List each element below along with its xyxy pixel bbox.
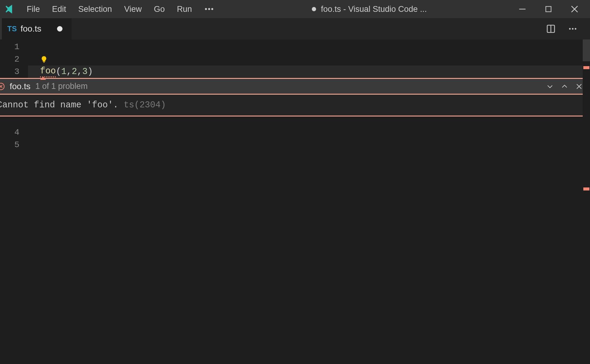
line-number: 3	[0, 67, 28, 76]
window-title-text: foo.ts - Visual Studio Code ...	[321, 5, 427, 14]
menu-view[interactable]: View	[118, 3, 148, 16]
peek-header: foo.ts 1 of 1 problem	[0, 79, 590, 95]
paren-open: (	[56, 67, 61, 77]
vscode-logo-icon	[4, 4, 15, 15]
peek-actions	[546, 82, 583, 91]
tab-foo-ts[interactable]: TS foo.ts	[2, 18, 72, 39]
code-line-5[interactable]	[28, 134, 590, 146]
number-literal: 3	[82, 67, 87, 77]
peek-filename: foo.ts	[10, 82, 30, 91]
identifier-foo: foo	[40, 66, 56, 77]
code-area[interactable]: foo(1, 2, 3) foo.ts 1 of 1 problem	[28, 39, 590, 364]
title-bar: File Edit Selection View Go Run ••• foo.…	[0, 0, 590, 18]
split-editor-icon[interactable]	[546, 24, 556, 34]
overview-ruler-error-marker-icon	[583, 66, 589, 69]
peek-body: Cannot find name 'foo'. ts(2304)	[0, 95, 590, 116]
tab-dirty-dot-icon	[57, 26, 62, 32]
peek-next-icon[interactable]	[546, 82, 554, 91]
error-marker-icon	[40, 77, 46, 80]
line-number: 4	[0, 128, 28, 137]
peek-error-message: Cannot find name 'foo'.	[0, 100, 118, 110]
editor-more-actions-icon[interactable]	[568, 24, 578, 34]
dirty-indicator-dot-icon	[312, 7, 316, 11]
window-minimize-button[interactable]	[518, 5, 527, 14]
paren-close: )	[88, 67, 93, 77]
error-circle-icon	[0, 83, 5, 90]
svg-rect-9	[43, 62, 45, 62]
overview-ruler-error-marker-icon	[583, 187, 589, 190]
peek-error-code: ts(2304)	[124, 100, 166, 110]
code-line-3[interactable]: foo(1, 2, 3)	[28, 66, 590, 78]
peek-close-icon[interactable]	[575, 82, 583, 91]
code-line-2[interactable]	[28, 53, 590, 66]
menu-file[interactable]: File	[21, 3, 46, 16]
line-number: 2	[0, 55, 28, 64]
svg-point-6	[569, 28, 571, 29]
line-number: 1	[0, 42, 28, 52]
comma: ,	[66, 67, 72, 77]
peek-prev-icon[interactable]	[560, 82, 569, 91]
editor-tabs: TS foo.ts	[0, 18, 590, 39]
window-title: foo.ts - Visual Studio Code ...	[221, 5, 518, 14]
code-line-4[interactable]	[28, 121, 590, 134]
code-line-1[interactable]	[28, 41, 590, 53]
scrollbar-thumb[interactable]	[583, 39, 590, 61]
peek-problem-count: 1 of 1 problem	[35, 82, 88, 91]
editor-scrollbar[interactable]	[583, 39, 590, 364]
line-number: 5	[0, 140, 28, 150]
svg-rect-1	[546, 6, 551, 12]
menu-run[interactable]: Run	[171, 3, 198, 16]
window-close-button[interactable]	[570, 5, 579, 14]
lightbulb-quick-fix-icon[interactable]	[40, 56, 48, 63]
comma: ,	[77, 67, 82, 77]
typescript-file-icon: TS	[7, 25, 17, 33]
menu-more-icon[interactable]: •••	[198, 3, 221, 15]
menu-selection[interactable]: Selection	[72, 3, 118, 16]
tab-filename: foo.ts	[21, 24, 41, 34]
tab-actions	[546, 18, 590, 39]
window-controls	[518, 5, 587, 14]
number-literal: 2	[72, 67, 77, 77]
problems-peek-widget: foo.ts 1 of 1 problem Cannot find name '…	[0, 78, 590, 116]
editor[interactable]: 1 2 3 4 5 foo(1, 2, 3) foo.ts 1 of 1 p	[0, 39, 590, 364]
number-literal: 1	[61, 67, 66, 77]
window-maximize-button[interactable]	[544, 5, 553, 14]
menu-bar: File Edit Selection View Go Run •••	[21, 0, 221, 18]
svg-point-8	[575, 28, 576, 29]
menu-go[interactable]: Go	[148, 3, 171, 16]
svg-point-7	[572, 28, 573, 29]
menu-edit[interactable]: Edit	[46, 3, 72, 16]
